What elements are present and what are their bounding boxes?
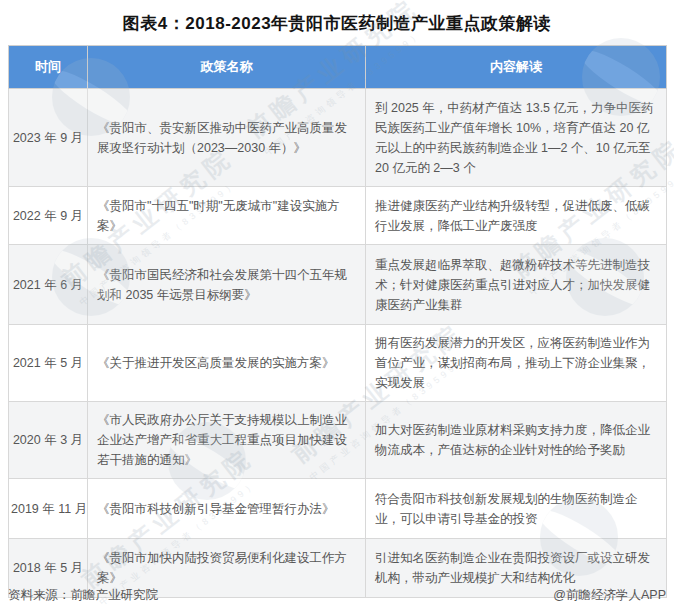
content-cell: 加大对医药制造业原材料采购支持力度，降低企业物流成本，产值达标的企业针对性的给予… (366, 402, 667, 479)
time-cell: 2021 年 5 月 (9, 325, 88, 402)
footer: 资料来源：前瞻产业研究院 @前瞻经济学人APP (8, 587, 666, 604)
figure-page: 前瞻产业研究院 中国产业咨询领导者（839599） 前瞻产业研究院 中国产业咨询… (0, 0, 674, 616)
table-row: 2021 年 5 月 《关于推进开发区高质量发展的实施方案》 拥有医药发展潜力的… (9, 325, 667, 402)
policy-cell: 《贵阳市国民经济和社会发展第十四个五年规划和 2035 年远景目标纲要》 (88, 245, 366, 325)
time-cell: 2021 年 6 月 (9, 245, 88, 325)
table-row: 2022 年 9 月 《贵阳市"十四五"时期"无废城市"建设实施方案》 推进健康… (9, 187, 667, 245)
table-row: 2020 年 3 月 《市人民政府办公厅关于支持规模以上制造业企业达产增产和省重… (9, 402, 667, 479)
time-cell: 2020 年 3 月 (9, 402, 88, 479)
content-cell: 拥有医药发展潜力的开发区，应将医药制造业作为首位产业，谋划招商布局，推动上下游企… (366, 325, 667, 402)
policy-cell: 《贵阳市、贵安新区推动中医药产业高质量发展攻坚行动计划（2023—2030 年）… (88, 89, 366, 187)
policy-cell: 《市人民政府办公厅关于支持规模以上制造业企业达产增产和省重大工程重点项目加快建设… (88, 402, 366, 479)
table-row: 2023 年 9 月 《贵阳市、贵安新区推动中医药产业高质量发展攻坚行动计划（2… (9, 89, 667, 187)
time-cell: 2023 年 9 月 (9, 89, 88, 187)
time-cell: 2022 年 9 月 (9, 187, 88, 245)
page-title: 图表4：2018-2023年贵阳市医药制造产业重点政策解读 (0, 12, 674, 35)
policy-cell: 《贵阳市科技创新引导基金管理暂行办法》 (88, 479, 366, 539)
content-cell: 重点发展超临界萃取、超微粉碎技术等先进制造技术；针对健康医药重点引进对应人才；加… (366, 245, 667, 325)
content-cell: 符合贵阳市科技创新发展规划的生物医药制造企业，可以申请引导基金的投资 (366, 479, 667, 539)
table-header-row: 时间 政策名称 内容解读 (9, 46, 667, 89)
policy-table: 时间 政策名称 内容解读 2023 年 9 月 《贵阳市、贵安新区推动中医药产业… (8, 45, 667, 598)
credit-text: @前瞻经济学人APP (553, 587, 666, 604)
header-content: 内容解读 (366, 46, 667, 89)
content-cell: 到 2025 年，中药材产值达 13.5 亿元，力争中医药民族医药工业产值年增长… (366, 89, 667, 187)
table-row: 2021 年 6 月 《贵阳市国民经济和社会发展第十四个五年规划和 2035 年… (9, 245, 667, 325)
header-policy-name: 政策名称 (88, 46, 366, 89)
header-time: 时间 (9, 46, 88, 89)
content-cell: 推进健康医药产业结构升级转型，促进低废、低碳行业发展，降低工业产废强度 (366, 187, 667, 245)
policy-cell: 《关于推进开发区高质量发展的实施方案》 (88, 325, 366, 402)
time-cell: 2019 年 11 月 (9, 479, 88, 539)
table-row: 2019 年 11 月 《贵阳市科技创新引导基金管理暂行办法》 符合贵阳市科技创… (9, 479, 667, 539)
policy-cell: 《贵阳市"十四五"时期"无废城市"建设实施方案》 (88, 187, 366, 245)
source-text: 资料来源：前瞻产业研究院 (8, 587, 158, 604)
